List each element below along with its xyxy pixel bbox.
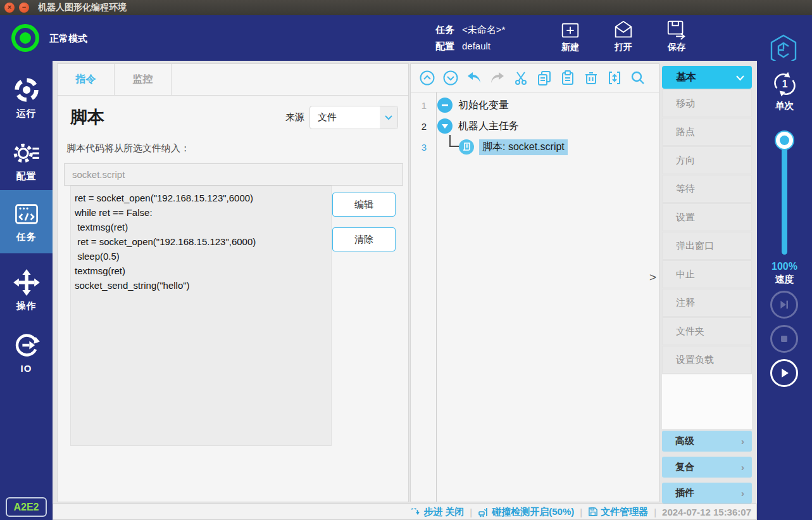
status-separator: | <box>654 507 656 517</box>
operate-icon <box>13 269 41 296</box>
io-icon <box>13 331 41 359</box>
sidebar-item-run[interactable]: 运行 <box>0 68 53 127</box>
save-task-button[interactable]: 保存 <box>662 19 691 53</box>
speed-value: 100% <box>757 261 812 272</box>
paste-icon[interactable] <box>559 70 576 86</box>
app-header: 正常模式 任务<未命名>* 配置default 新建 打开 保存 <box>0 15 812 61</box>
status-timestamp: 2024-07-12 15:36:07 <box>662 507 751 517</box>
expanded-node-icon[interactable] <box>437 118 453 134</box>
slider-knob[interactable] <box>776 132 793 149</box>
code-line: ret = socket_open("192.168.15.123",6000) <box>75 234 327 249</box>
redo-icon[interactable] <box>489 70 506 86</box>
sidebar-item-label: IO <box>21 363 32 374</box>
slider-track[interactable] <box>782 139 787 255</box>
palette-item-comment[interactable]: 注释 <box>662 289 752 317</box>
collision-status[interactable]: 碰撞检测开启(50%) <box>478 506 574 518</box>
loop-once-label: 单次 <box>757 100 812 112</box>
panel-expander-icon[interactable]: > <box>649 270 656 284</box>
loop-once-icon[interactable]: 1 <box>757 70 812 99</box>
page-title: 脚本 <box>70 106 104 129</box>
tree-toolbar <box>411 64 659 92</box>
open-task-button[interactable]: 打开 <box>609 19 638 53</box>
step-mode-text: 步进 关闭 <box>423 506 464 518</box>
undo-icon[interactable] <box>466 70 482 86</box>
copy-icon[interactable] <box>536 70 553 86</box>
stop-button[interactable] <box>770 325 798 353</box>
cut-icon[interactable] <box>513 70 529 86</box>
chevron-right-icon: › <box>741 488 744 498</box>
collision-icon <box>478 506 489 517</box>
tree-node-label: 初始化变量 <box>458 99 509 112</box>
clear-button[interactable]: 清除 <box>332 227 396 251</box>
left-sidebar: 运行 配置 任务 操作 IO A2E2 <box>0 61 53 520</box>
sidebar-item-label: 任务 <box>16 231 37 243</box>
window-title: 机器人图形化编程环境 <box>38 2 127 13</box>
command-palette: 基本 移动 路点 方向 等待 设置 弹出窗口 中止 注释 文件夹 设置负载 高级… <box>662 66 752 504</box>
tab-monitor[interactable]: 监控 <box>115 64 172 95</box>
palette-item-popup[interactable]: 弹出窗口 <box>662 232 752 260</box>
sidebar-item-task[interactable]: 任务 <box>0 190 53 253</box>
step-mode-icon <box>410 507 421 517</box>
sidebar-item-io[interactable]: IO <box>0 323 53 381</box>
speed-label: 速度 <box>757 274 812 286</box>
delete-icon[interactable] <box>583 70 599 86</box>
chevron-down-icon <box>736 75 744 81</box>
palette-item-move[interactable]: 移动 <box>662 89 752 117</box>
tab-instruction[interactable]: 指令 <box>58 64 115 95</box>
step-mode-status[interactable]: 步进 关闭 <box>410 506 464 518</box>
palette-header-basic[interactable]: 基本 <box>662 66 752 89</box>
code-line: textmsg(ret) <box>75 263 327 278</box>
move-down-icon[interactable] <box>442 70 459 86</box>
play-button[interactable] <box>770 359 798 387</box>
source-label: 来源 <box>285 111 304 124</box>
program-tree-panel: 1 初始化变量 2 机器人主任务 3 脚本: socket.script > <box>410 63 659 502</box>
palette-item-set[interactable]: 设置 <box>662 203 752 231</box>
palette-item-payload[interactable]: 设置负载 <box>662 346 752 374</box>
play-icon <box>776 365 792 381</box>
palette-group-advanced[interactable]: 高级› <box>662 431 752 452</box>
sidebar-item-operate[interactable]: 操作 <box>0 261 53 319</box>
tree-row-init-vars[interactable]: 1 初始化变量 <box>411 95 659 115</box>
file-manager-link[interactable]: 文件管理器 <box>588 506 648 518</box>
sidebar-item-label: 运行 <box>16 108 37 120</box>
status-separator: | <box>580 507 582 517</box>
palette-group-plugin[interactable]: 插件› <box>662 483 752 504</box>
insert-icon[interactable] <box>606 70 623 86</box>
palette-item-waypoint[interactable]: 路点 <box>662 118 752 146</box>
script-file-input[interactable]: socket.script <box>64 163 403 186</box>
palette-item-direction[interactable]: 方向 <box>662 146 752 174</box>
run-sidebar: 1 单次 100% 速度 <box>757 61 812 520</box>
new-task-button[interactable]: 新建 <box>556 19 585 53</box>
config-value: default <box>462 41 490 51</box>
palette-item-wait[interactable]: 等待 <box>662 175 752 203</box>
tree-node-label: 机器人主任务 <box>458 120 519 133</box>
close-icon[interactable]: × <box>4 3 15 13</box>
palette-item-folder[interactable]: 文件夹 <box>662 317 752 345</box>
task-label: 任务 <box>435 24 454 35</box>
collapsed-node-icon[interactable] <box>437 98 453 113</box>
chevron-right-icon: › <box>741 462 744 472</box>
status-bar: 步进 关闭 | 碰撞检测开启(50%) | 文件管理器 | 2024-07-12… <box>53 504 757 520</box>
instruction-panel: 指令 监控 脚本 来源 文件 脚本代码将从所选文件纳入： socket.scri… <box>57 63 409 502</box>
tree-row-script[interactable]: 3 脚本: socket.script <box>411 137 659 157</box>
tree-node-label-selected: 脚本: socket.script <box>479 139 568 155</box>
search-icon[interactable] <box>630 70 646 86</box>
edit-button[interactable]: 编辑 <box>332 193 396 217</box>
tree-row-main-task[interactable]: 2 机器人主任务 <box>411 116 659 136</box>
script-node-icon[interactable] <box>459 139 474 155</box>
step-button[interactable] <box>770 291 798 319</box>
chevron-down-icon <box>380 106 397 129</box>
collision-text: 碰撞检测开启(50%) <box>492 506 574 518</box>
panel-tabs: 指令 监控 <box>58 64 408 96</box>
robot-id-button[interactable]: A2E2 <box>6 497 47 517</box>
minimize-icon[interactable]: − <box>19 3 29 13</box>
move-up-icon[interactable] <box>419 70 435 86</box>
palette-item-abort[interactable]: 中止 <box>662 260 752 288</box>
code-line: socket_send_string("hello") <box>75 278 327 293</box>
run-icon <box>13 76 41 104</box>
palette-header-label: 基本 <box>676 71 696 84</box>
file-manager-text: 文件管理器 <box>601 506 648 518</box>
palette-group-composite[interactable]: 复合› <box>662 457 752 478</box>
sidebar-item-config[interactable]: 配置 <box>0 132 53 190</box>
source-select[interactable]: 文件 <box>309 106 398 129</box>
